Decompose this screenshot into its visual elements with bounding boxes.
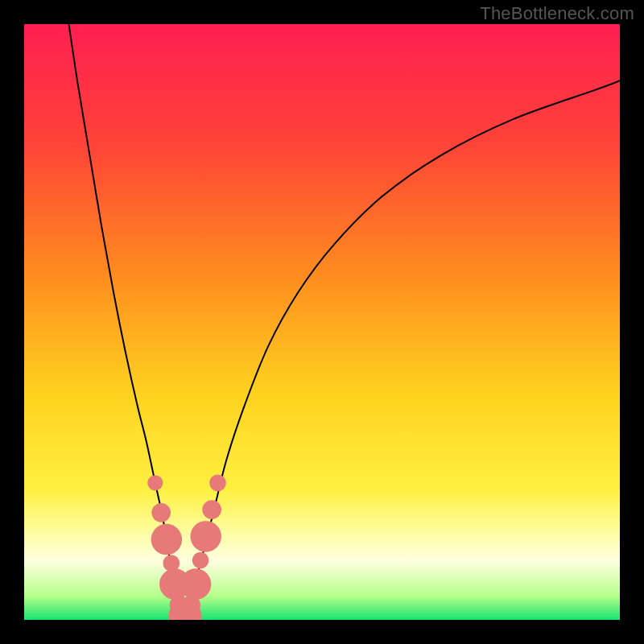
- marker-point: [151, 524, 182, 555]
- highlighted-points: [147, 474, 226, 620]
- watermark-text: TheBottleneck.com: [480, 3, 634, 24]
- marker-point: [202, 500, 221, 519]
- marker-point: [209, 474, 226, 491]
- marker-point: [151, 503, 171, 522]
- right-curve: [188, 80, 621, 620]
- plot-area: [24, 24, 620, 620]
- marker-point: [190, 521, 221, 551]
- marker-point: [147, 475, 163, 490]
- marker-point: [180, 568, 211, 599]
- chart-frame: TheBottleneck.com: [0, 0, 644, 644]
- marker-point: [192, 552, 209, 569]
- curves-layer: [24, 24, 620, 620]
